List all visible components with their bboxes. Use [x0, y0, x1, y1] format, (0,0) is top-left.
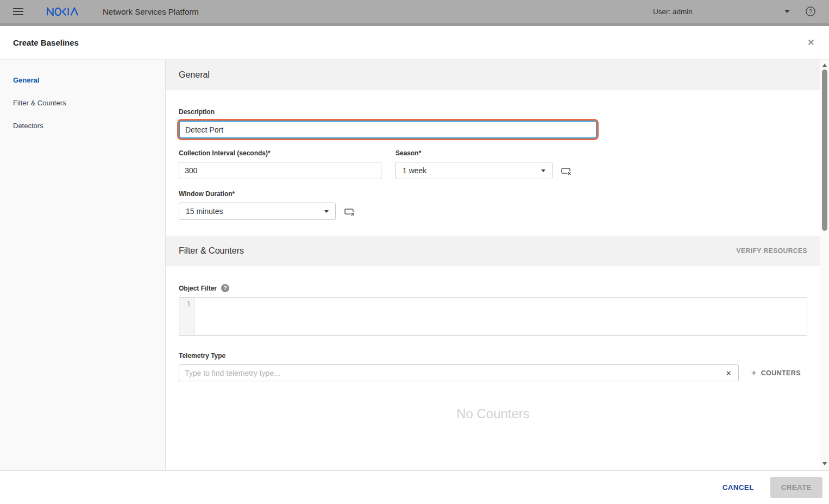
description-field: Description [179, 108, 807, 138]
dialog-header: Create Baselines ✕ [0, 26, 829, 60]
editor-line-number: 1 [179, 298, 195, 335]
no-counters-placeholder: No Counters [179, 406, 807, 421]
dialog-title: Create Baselines [13, 38, 79, 47]
collection-interval-field: Collection Interval (seconds)* [179, 149, 381, 179]
season-label: Season* [395, 149, 572, 157]
general-section-header: General [166, 60, 820, 90]
season-select[interactable]: 1 week [395, 162, 552, 179]
help-icon[interactable]: ? [805, 6, 816, 17]
chevron-down-icon [324, 210, 329, 213]
collection-interval-label: Collection Interval (seconds)* [179, 149, 381, 157]
object-filter-field: Object Filter ? 1 [179, 284, 807, 336]
filter-counters-section-title: Filter & Counters [179, 246, 244, 256]
sidebar-item-filter-counters[interactable]: Filter & Counters [0, 92, 165, 115]
season-selected-value: 1 week [403, 166, 426, 175]
scrollbar-up-arrow[interactable] [822, 64, 827, 67]
scrollbar-down-arrow[interactable] [822, 462, 827, 465]
season-field: Season* 1 week [395, 149, 572, 179]
telemetry-type-label: Telemetry Type [179, 352, 807, 360]
general-section-title: General [179, 70, 210, 80]
sidebar-item-general[interactable]: General [0, 69, 165, 92]
telemetry-type-input[interactable] [179, 364, 739, 381]
object-filter-editor-input[interactable] [195, 298, 807, 335]
scrollbar-thumb[interactable] [822, 70, 827, 231]
description-label: Description [179, 108, 807, 116]
create-button[interactable]: CREATE [770, 477, 822, 498]
clear-field-icon[interactable] [344, 207, 355, 216]
verify-resources-button[interactable]: VERIFY RESOURCES [737, 247, 807, 255]
telemetry-type-field: Telemetry Type ✕ + COUNTERS [179, 352, 807, 381]
filter-counters-section-body: Object Filter ? 1 Telemetry Type ✕ [166, 266, 820, 437]
chevron-down-icon [784, 10, 790, 13]
window-duration-select[interactable]: 15 minutes [179, 203, 336, 220]
filter-counters-section-header: Filter & Counters VERIFY RESOURCES [166, 236, 820, 266]
hamburger-menu-icon[interactable] [13, 8, 23, 15]
vertical-scrollbar [820, 60, 829, 470]
user-label: User: admin [653, 8, 693, 16]
clear-text-icon[interactable]: ✕ [726, 369, 732, 377]
dialog-footer: CANCEL CREATE [0, 470, 829, 504]
clear-field-icon[interactable] [561, 166, 572, 175]
top-bar: Network Services Platform User: admin ? [0, 0, 829, 26]
window-duration-field: Window Duration* 15 minutes [179, 190, 355, 220]
nokia-logo-icon [47, 7, 80, 16]
svg-text:?: ? [809, 8, 812, 15]
close-icon[interactable]: ✕ [807, 38, 815, 47]
collection-interval-input[interactable] [179, 162, 381, 179]
window-duration-selected-value: 15 minutes [186, 207, 223, 216]
add-counters-label: COUNTERS [761, 369, 801, 377]
cancel-button[interactable]: CANCEL [716, 478, 761, 497]
description-input[interactable] [179, 121, 597, 138]
platform-title: Network Services Platform [103, 7, 199, 16]
object-filter-editor: 1 [179, 297, 807, 336]
window-duration-label: Window Duration* [179, 190, 355, 198]
dialog-main-pane: General Description Collection Interval … [166, 60, 829, 470]
object-filter-help-icon[interactable]: ? [221, 284, 229, 292]
plus-icon: + [751, 368, 757, 379]
user-menu[interactable]: User: admin [653, 8, 790, 16]
general-section-body: Description Collection Interval (seconds… [166, 90, 820, 236]
chevron-down-icon [541, 169, 545, 172]
object-filter-label: Object Filter [179, 285, 217, 292]
sidebar-item-detectors[interactable]: Detectors [0, 115, 165, 137]
dialog-sidebar: General Filter & Counters Detectors [0, 60, 166, 470]
nokia-logo[interactable] [47, 7, 80, 16]
add-counters-button[interactable]: + COUNTERS [751, 368, 807, 379]
